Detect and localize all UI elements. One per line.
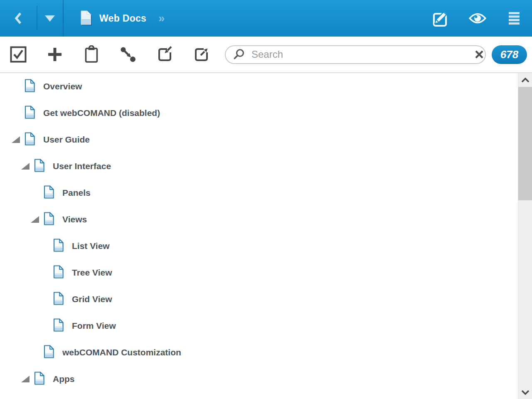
- link-button[interactable]: [110, 37, 146, 72]
- import-button[interactable]: [146, 37, 183, 72]
- tree-item-label: Get webCOMAND (disabled): [43, 108, 160, 118]
- clipboard-button[interactable]: [73, 37, 110, 72]
- history-dropdown-button[interactable]: [37, 0, 63, 37]
- document-icon: [43, 212, 54, 227]
- document-icon: [24, 79, 35, 94]
- tree-item-label: User Interface: [53, 161, 111, 171]
- expand-triangle-icon[interactable]: [12, 136, 20, 143]
- result-count-badge[interactable]: 678: [492, 45, 527, 64]
- clear-icon: [474, 49, 484, 59]
- expand-triangle-icon[interactable]: [21, 163, 30, 170]
- dropdown-caret-icon: [44, 15, 55, 22]
- import-icon: [156, 46, 173, 63]
- export-button[interactable]: [183, 37, 219, 72]
- scroll-down-button[interactable]: [518, 385, 532, 399]
- tree-item-label: Panels: [62, 188, 91, 198]
- tree-item-label: User Guide: [43, 135, 90, 145]
- tree-item[interactable]: Views: [0, 206, 518, 233]
- breadcrumb-expand-icon[interactable]: »: [158, 13, 165, 24]
- toolbar: 678: [0, 37, 532, 73]
- tree-item-label: Grid View: [72, 294, 112, 304]
- header-actions: [415, 6, 525, 31]
- document-icon: [43, 185, 54, 201]
- document-icon: [34, 372, 45, 387]
- expand-triangle-icon[interactable]: [31, 216, 39, 223]
- tree-item[interactable]: Tree View: [0, 259, 518, 286]
- tree-item-label: Form View: [72, 321, 116, 331]
- tree-item[interactable]: Form View: [0, 313, 518, 339]
- back-chevron-icon: [14, 12, 23, 25]
- add-button[interactable]: [37, 37, 73, 72]
- clipboard-icon: [83, 45, 100, 64]
- link-arrow-icon: [120, 46, 136, 63]
- header-bar: Web Docs »: [0, 0, 532, 37]
- tree-item[interactable]: Apps: [0, 366, 518, 392]
- header-divider: [63, 0, 64, 37]
- select-checkbox-icon: [10, 46, 27, 63]
- document-icon: [53, 265, 64, 281]
- document-icon: [34, 159, 45, 174]
- preview-eye-icon: [469, 12, 486, 25]
- chevron-down-icon: [521, 390, 530, 395]
- menu-button[interactable]: [504, 6, 525, 31]
- search-input[interactable]: [251, 48, 466, 61]
- tree-item-label: webCOMAND Customization: [62, 347, 181, 357]
- document-icon: [53, 292, 64, 307]
- document-icon: [80, 10, 93, 27]
- edit-icon: [432, 9, 450, 27]
- tree-item[interactable]: Get webCOMAND (disabled): [0, 100, 518, 126]
- page-title: Web Docs: [99, 13, 146, 24]
- add-icon: [46, 46, 64, 63]
- export-icon: [193, 46, 209, 63]
- tree-item-label: List View: [72, 241, 110, 251]
- tree-item[interactable]: List View: [0, 233, 518, 259]
- expand-triangle-icon[interactable]: [21, 376, 30, 382]
- vertical-scrollbar[interactable]: [518, 73, 532, 399]
- menu-icon: [508, 12, 520, 25]
- chevron-up-icon: [521, 78, 530, 83]
- document-icon: [24, 132, 35, 148]
- search-box: [225, 45, 486, 64]
- scrollbar-thumb[interactable]: [518, 87, 532, 200]
- document-icon: [43, 345, 54, 360]
- header-divider: [37, 6, 37, 30]
- back-button[interactable]: [0, 0, 37, 37]
- tree-item[interactable]: Grid View: [0, 286, 518, 313]
- document-icon: [53, 239, 64, 254]
- tree: Overview Get webCOMAND (disabled): [0, 73, 518, 399]
- tree-item[interactable]: Overview: [0, 73, 518, 100]
- tree-item-label: Overview: [43, 81, 82, 91]
- search-icon: [233, 48, 245, 61]
- select-button[interactable]: [0, 37, 37, 72]
- edit-button[interactable]: [431, 6, 451, 31]
- tree-item-label: Tree View: [72, 268, 112, 278]
- document-icon: [24, 106, 35, 121]
- scroll-up-button[interactable]: [518, 73, 532, 87]
- clear-search-button[interactable]: [466, 45, 485, 64]
- document-icon: [53, 318, 64, 334]
- tree-item[interactable]: User Interface: [0, 153, 518, 180]
- tree-item-label: Views: [62, 214, 87, 224]
- tree-item[interactable]: webCOMAND Customization: [0, 339, 518, 366]
- tree-item[interactable]: User Guide: [0, 126, 518, 153]
- tree-item[interactable]: Panels: [0, 180, 518, 206]
- preview-button[interactable]: [467, 6, 488, 31]
- tree-item-label: Apps: [53, 374, 75, 384]
- breadcrumb[interactable]: Web Docs »: [80, 10, 165, 27]
